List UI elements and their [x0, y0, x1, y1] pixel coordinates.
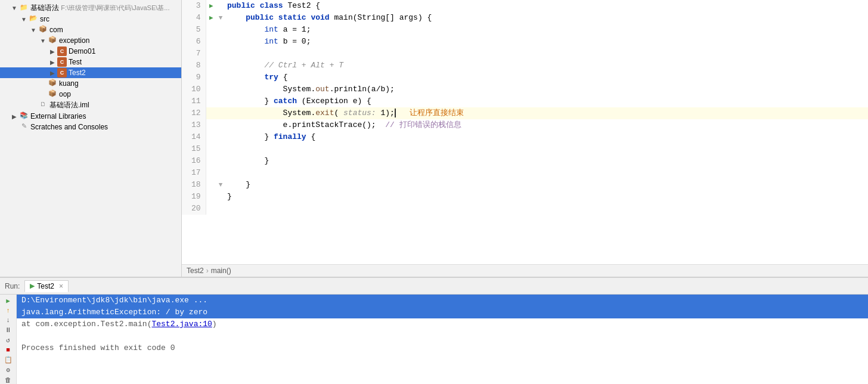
line-code-6: int b = 0;	[225, 36, 868, 48]
stop-button[interactable]: ■	[2, 346, 14, 354]
sidebar-item-exception[interactable]: ▼ 📦 exception	[0, 35, 181, 46]
fold-16	[216, 155, 225, 167]
exception-label: exception	[59, 36, 89, 45]
run-arrow-8	[206, 60, 216, 72]
fold-18: ▼	[216, 179, 225, 191]
run-arrow-11	[206, 95, 216, 107]
sidebar-item-root[interactable]: ▼ 📁 基础语法 F:\班级管理\网课班\代码\JavaSE\基...	[0, 2, 181, 14]
line-num-14: 14	[182, 131, 206, 143]
code-line-19: 19 }	[182, 191, 868, 203]
code-line-10: 10 System.out.println(a/b);	[182, 83, 868, 95]
sidebar-item-oop[interactable]: ▶ 📦 oop	[0, 89, 181, 100]
code-line-4: 4 ▶ ▼ public static void main(String[] a…	[182, 12, 868, 24]
close-tab-icon[interactable]: ×	[59, 282, 63, 290]
root-arrow: ▼	[10, 5, 19, 11]
trash-button[interactable]: 🗑	[2, 376, 14, 384]
src-arrow: ▼	[19, 16, 29, 23]
sidebar-item-test[interactable]: ▶ C Test	[0, 57, 181, 67]
line-num-9: 9	[182, 72, 206, 83]
scratches-label: Scratches and Consoles	[30, 123, 108, 131]
iml-icon: 🗋	[38, 101, 48, 110]
code-line-13: 13 e.printStackTrace(); // 打印错误的栈信息	[182, 119, 868, 131]
sidebar-item-scratches[interactable]: ▶ ✎ Scratches and Consoles	[0, 122, 181, 132]
line-code-14: } finally {	[225, 131, 868, 143]
demo01-arrow: ▶	[48, 48, 57, 55]
run-arrow-3: ▶	[206, 0, 216, 12]
settings-button[interactable]: ⚙	[2, 366, 14, 374]
fold-10	[216, 83, 225, 95]
line-num-17: 17	[182, 167, 206, 179]
oop-label: oop	[59, 90, 71, 98]
line-num-20: 20	[182, 203, 206, 215]
run-arrow-12	[206, 107, 216, 119]
fold-11	[216, 95, 225, 107]
run-arrow-5	[206, 24, 216, 36]
main-area: ▼ 📁 基础语法 F:\班级管理\网课班\代码\JavaSE\基... ▼ 📂 …	[0, 0, 868, 277]
code-line-11: 11 } catch (Exception e) {	[182, 95, 868, 107]
breadcrumb-sep: ›	[206, 267, 209, 275]
code-line-18: 18 ▼ }	[182, 179, 868, 191]
line-code-20	[225, 203, 868, 215]
line-num-5: 5	[182, 24, 206, 36]
sidebar-item-kuang[interactable]: ▶ 📦 kuang	[0, 78, 181, 89]
line-code-11: } catch (Exception e) {	[225, 95, 868, 107]
run-arrow-19	[206, 191, 216, 203]
console-output: D:\Environment\jdk8\jdk\bin\java.exe ...…	[17, 295, 868, 384]
code-line-15: 15	[182, 143, 868, 155]
run-arrow-4: ▶	[206, 12, 216, 24]
line-code-18: }	[225, 179, 868, 191]
play-button[interactable]: ▶	[2, 297, 14, 305]
run-arrow-17	[206, 167, 216, 179]
code-table: 3 ▶ public class Test2 { 4 ▶ ▼ public st…	[182, 0, 868, 215]
console-line-java-exe: D:\Environment\jdk8\jdk\bin\java.exe ...	[17, 295, 868, 306]
sidebar-item-iml[interactable]: ▶ 🗋 基础语法.iml	[0, 100, 181, 111]
test-arrow: ▶	[48, 59, 57, 66]
sidebar-item-com[interactable]: ▼ 📦 com	[0, 24, 181, 35]
run-arrow-9	[206, 72, 216, 83]
up-button[interactable]: ↑	[2, 307, 14, 314]
code-line-8: 8 // Ctrl + Alt + T	[182, 60, 868, 72]
line-num-4: 4	[182, 12, 206, 24]
test2-label: Test2	[69, 69, 86, 77]
line-num-11: 11	[182, 95, 206, 107]
console-link-test2[interactable]: Test2.java:10	[151, 320, 212, 329]
sidebar-item-src[interactable]: ▼ 📂 src	[0, 14, 181, 24]
sidebar-item-demo01[interactable]: ▶ C Demo01	[0, 46, 181, 57]
extlibs-arrow: ▶	[10, 113, 19, 120]
code-line-7: 7	[182, 48, 868, 60]
line-num-6: 6	[182, 36, 206, 48]
line-num-16: 16	[182, 155, 206, 167]
line-num-3: 3	[182, 0, 206, 12]
sidebar-item-extlibs[interactable]: ▶ 📚 External Libraries	[0, 111, 181, 122]
console-line-exception: java.lang.ArithmeticException: / by zero	[17, 306, 868, 318]
reload-button[interactable]: ↺	[2, 336, 14, 344]
exception-arrow: ▼	[38, 38, 48, 44]
line-code-13: e.printStackTrace(); // 打印错误的栈信息	[225, 119, 868, 131]
console-blank	[21, 330, 863, 342]
package-icon2: 📦	[48, 36, 57, 45]
line-code-8: // Ctrl + Alt + T	[225, 60, 868, 72]
fold-19	[216, 191, 225, 203]
line-num-12: 12	[182, 107, 206, 119]
code-view[interactable]: 3 ▶ public class Test2 { 4 ▶ ▼ public st…	[182, 0, 868, 264]
fold-7	[216, 48, 225, 60]
line-code-10: System.out.println(a/b);	[225, 83, 868, 95]
pause-button[interactable]: ⏸	[2, 326, 14, 334]
line-code-16: }	[225, 155, 868, 167]
code-line-5: 5 int a = 1;	[182, 24, 868, 36]
down-button[interactable]: ↓	[2, 317, 14, 324]
breadcrumb: Test2 › main()	[182, 264, 868, 277]
line-code-3: public class Test2 {	[225, 0, 868, 12]
dump-button[interactable]: 📋	[2, 356, 14, 364]
code-line-6: 6 int b = 0;	[182, 36, 868, 48]
console-line-process-finished: Process finished with exit code 0	[21, 342, 863, 354]
run-tab-test2[interactable]: ▶ Test2 ×	[24, 280, 69, 292]
line-num-7: 7	[182, 48, 206, 60]
line-num-15: 15	[182, 143, 206, 155]
line-num-8: 8	[182, 60, 206, 72]
console-line-at: at com.exception.Test2.main(Test2.java:1…	[21, 318, 863, 330]
run-arrow-6	[206, 36, 216, 48]
fold-9	[216, 72, 225, 83]
run-icon: ▶	[30, 282, 35, 290]
sidebar-item-test2[interactable]: ▶ C Test2	[0, 67, 181, 78]
